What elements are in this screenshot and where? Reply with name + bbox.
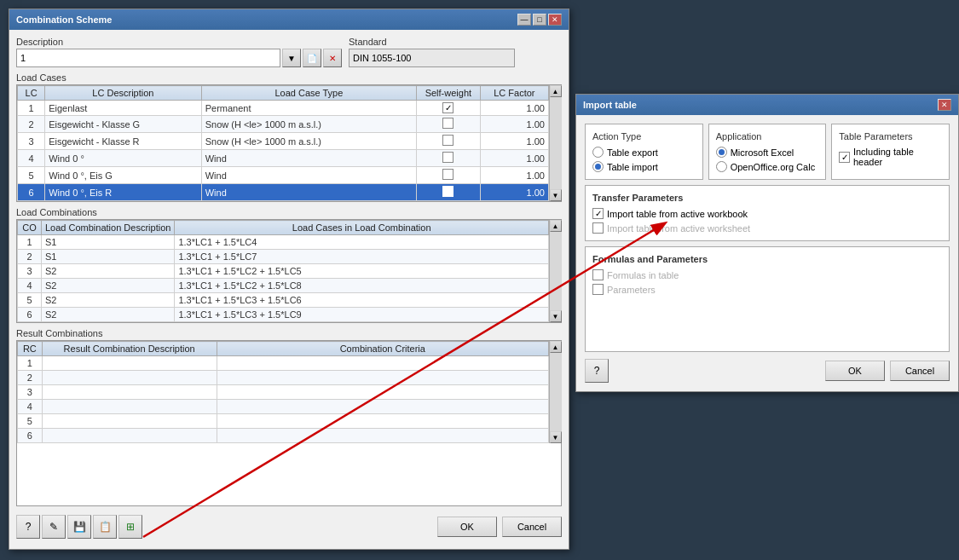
desc-dropdown-btn[interactable]: ▼ (282, 49, 301, 67)
scrollbar-up-btn[interactable]: ▲ (550, 220, 562, 232)
table-row[interactable]: 3 Eisgewicht - Klasse R Snow (H <le> 100… (18, 133, 549, 150)
main-cancel-button[interactable]: Cancel (502, 517, 562, 537)
table-export-radio[interactable] (592, 147, 604, 158)
load-cases-scroll: LC LC Description Load Case Type Self-we… (17, 85, 561, 201)
co-desc: S2 (42, 293, 175, 308)
including-header-option[interactable]: Including table header (839, 147, 942, 167)
result-scrollbar[interactable]: ▲ ▼ (549, 341, 561, 443)
load-cases-section: Load Cases LC LC Description Load Case T… (16, 72, 562, 202)
load-cases-header: Load Cases (16, 72, 562, 83)
lc-scrollbar[interactable]: ▲ ▼ (549, 85, 561, 201)
sw-checkbox[interactable] (442, 135, 454, 146)
including-header-checkbox[interactable] (839, 152, 850, 163)
formulas-in-table-option[interactable]: Formulas in table (592, 269, 942, 280)
import-workbook-option[interactable]: Import table from active workbook (592, 208, 942, 219)
import-bottom-row: ? OK Cancel (585, 359, 950, 383)
table-row[interactable]: 1 (18, 356, 549, 371)
parameters-checkbox[interactable] (592, 284, 604, 295)
import-ok-button[interactable]: OK (825, 361, 885, 381)
action-type-label: Action Type (592, 131, 696, 141)
co-num: 6 (18, 308, 42, 322)
desc-label: Description (16, 37, 342, 47)
maximize-button[interactable]: □ (533, 14, 546, 26)
sw-checkbox[interactable] (442, 169, 454, 180)
import-icon-btn[interactable]: 📋 (93, 515, 117, 539)
table-row[interactable]: 6 S2 1.3*LC1 + 1.5*LC3 + 1.5*LC9 (18, 308, 549, 322)
rc-crit (217, 429, 548, 443)
sw-checkbox[interactable] (442, 102, 454, 113)
sw-checkbox[interactable] (442, 152, 454, 163)
table-import-label: Table import (607, 162, 658, 172)
lc-sw[interactable] (417, 150, 481, 167)
application-group: Microsoft Excel OpenOffice.org Calc (716, 147, 819, 172)
import-worksheet-option[interactable]: Import table from active worksheet (592, 222, 942, 234)
openoffice-option[interactable]: OpenOffice.org Calc (716, 161, 819, 172)
table-import-radio[interactable] (592, 161, 604, 172)
lc-desc: Eigenlast (45, 101, 202, 116)
standard-input[interactable] (349, 49, 515, 67)
help-icon-btn[interactable]: ? (16, 515, 40, 539)
formulas-in-table-checkbox[interactable] (592, 269, 604, 280)
rc-crit (217, 385, 548, 400)
desc-delete-btn[interactable]: ✕ (323, 49, 342, 67)
save-icon-btn[interactable]: 💾 (67, 515, 91, 539)
table-row[interactable]: 2 (18, 371, 549, 385)
table-row[interactable]: 6 Wind 0 °, Eis R Wind 1.00 (18, 184, 549, 201)
co-num: 4 (18, 279, 42, 293)
table-export-option[interactable]: Table export (592, 147, 696, 158)
result-combo-scroll: RC Result Combination Description Combin… (17, 341, 561, 443)
lc-factor: 1.00 (480, 133, 548, 150)
table-row[interactable]: 3 (18, 385, 549, 400)
table-row[interactable]: 2 Eisgewicht - Klasse G Snow (H <le> 100… (18, 116, 549, 133)
ms-excel-option[interactable]: Microsoft Excel (716, 147, 819, 158)
scrollbar-up-btn[interactable]: ▲ (550, 341, 562, 353)
import-close-button[interactable]: ✕ (938, 99, 951, 111)
scrollbar-track[interactable] (550, 353, 562, 431)
import-help-btn[interactable]: ? (585, 359, 609, 383)
toolbar-right: OK Cancel (437, 517, 562, 537)
import-worksheet-label: Import table from active worksheet (607, 223, 750, 234)
desc-new-btn[interactable]: 📄 (303, 49, 321, 67)
table-row[interactable]: 5 S2 1.3*LC1 + 1.5*LC3 + 1.5*LC6 (18, 293, 549, 308)
scrollbar-track[interactable] (550, 232, 562, 310)
minimize-button[interactable]: — (517, 14, 531, 26)
description-input[interactable] (16, 49, 280, 67)
lc-desc: Wind 0 °, Eis G (45, 167, 202, 184)
import-worksheet-checkbox[interactable] (592, 222, 604, 234)
table-import-option[interactable]: Table import (592, 161, 696, 172)
table-row[interactable]: 4 S2 1.3*LC1 + 1.5*LC2 + 1.5*LC8 (18, 279, 549, 293)
combo-scrollbar[interactable]: ▲ ▼ (549, 220, 561, 322)
scrollbar-down-btn[interactable]: ▼ (550, 189, 562, 201)
edit-icon-btn[interactable]: ✎ (42, 515, 66, 539)
table-row[interactable]: 6 (18, 429, 549, 443)
table-row[interactable]: 4 Wind 0 ° Wind 1.00 (18, 150, 549, 167)
lc-sw[interactable] (417, 184, 481, 201)
lc-factor: 1.00 (480, 167, 548, 184)
close-button[interactable]: ✕ (548, 14, 562, 26)
table-row[interactable]: 5 (18, 414, 549, 429)
co-desc: S2 (42, 308, 175, 322)
table-row[interactable]: 2 S1 1.3*LC1 + 1.5*LC7 (18, 250, 549, 264)
scrollbar-down-btn[interactable]: ▼ (550, 431, 562, 443)
scrollbar-up-btn[interactable]: ▲ (550, 85, 562, 97)
openoffice-radio[interactable] (716, 161, 727, 172)
table-row[interactable]: 1 Eigenlast Permanent 1.00 (18, 101, 549, 116)
scrollbar-track[interactable] (550, 97, 562, 189)
ms-excel-radio[interactable] (716, 147, 727, 158)
table-row[interactable]: 3 S2 1.3*LC1 + 1.5*LC2 + 1.5*LC5 (18, 264, 549, 279)
sw-checkbox[interactable] (442, 118, 454, 129)
lc-sw[interactable] (417, 116, 481, 133)
lc-sw[interactable] (417, 133, 481, 150)
main-ok-button[interactable]: OK (437, 517, 497, 537)
scrollbar-down-btn[interactable]: ▼ (550, 310, 562, 322)
lc-sw[interactable] (417, 167, 481, 184)
import-cancel-button[interactable]: Cancel (890, 361, 950, 381)
lc-sw[interactable] (417, 101, 481, 116)
sw-checkbox[interactable] (442, 186, 454, 197)
import-workbook-checkbox[interactable] (592, 208, 604, 219)
table-row[interactable]: 1 S1 1.3*LC1 + 1.5*LC4 (18, 235, 549, 250)
table-row[interactable]: 5 Wind 0 °, Eis G Wind 1.00 (18, 167, 549, 184)
parameters-option[interactable]: Parameters (592, 284, 942, 295)
table-row[interactable]: 4 (18, 400, 549, 414)
excel-icon-btn[interactable]: ⊞ (118, 515, 142, 539)
